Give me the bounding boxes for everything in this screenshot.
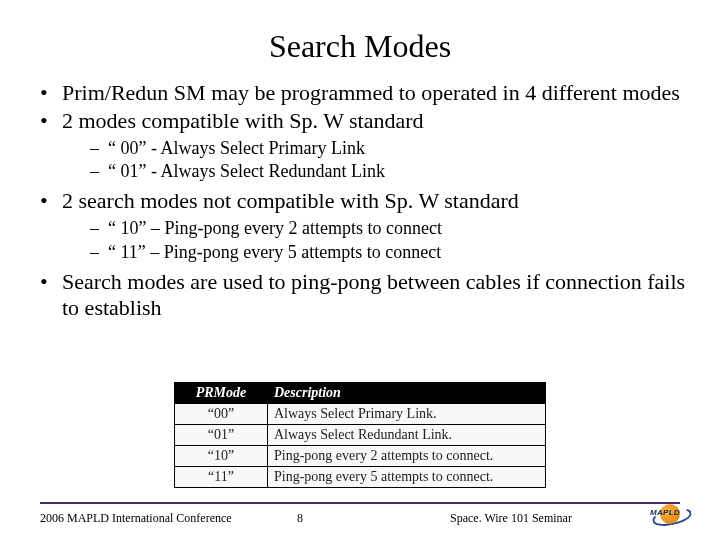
logo-text: MAPLD <box>650 508 680 517</box>
table-cell: Ping-pong every 5 attempts to connect. <box>268 467 546 488</box>
bullet-item: 2 modes compatible with Sp. W standard “… <box>40 108 690 182</box>
bullet-item: Prim/Redun SM may be programmed to opera… <box>40 80 690 106</box>
table-row: “11” Ping-pong every 5 attempts to conne… <box>175 467 546 488</box>
table-cell: “00” <box>175 404 268 425</box>
table-header-row: PRMode Description <box>175 383 546 404</box>
sub-bullet-item: “ 11” – Ping-pong every 5 attempts to co… <box>90 242 690 263</box>
table-row: “10” Ping-pong every 2 attempts to conne… <box>175 446 546 467</box>
bullet-text: 2 search modes not compatible with Sp. W… <box>62 188 519 213</box>
table-cell: “11” <box>175 467 268 488</box>
table-row: “00” Always Select Primary Link. <box>175 404 546 425</box>
slide-title: Search Modes <box>0 28 720 65</box>
table-header: PRMode <box>175 383 268 404</box>
page-number: 8 <box>270 511 330 526</box>
table-row: “01” Always Select Redundant Link. <box>175 425 546 446</box>
footer: 2006 MAPLD International Conference 8 Sp… <box>40 511 680 526</box>
table-cell: Always Select Redundant Link. <box>268 425 546 446</box>
sub-bullet-item: “ 10” – Ping-pong every 2 attempts to co… <box>90 218 690 239</box>
bullet-item: 2 search modes not compatible with Sp. W… <box>40 188 690 262</box>
footer-right: Space. Wire 101 Seminar <box>330 511 680 526</box>
slide: Search Modes Prim/Redun SM may be progra… <box>0 0 720 540</box>
sub-bullet-list: “ 00” - Always Select Primary Link “ 01”… <box>62 138 690 182</box>
footer-divider <box>40 502 680 504</box>
bullet-list: Prim/Redun SM may be programmed to opera… <box>40 80 690 321</box>
prmode-table: PRMode Description “00” Always Select Pr… <box>174 382 546 488</box>
table-cell: “01” <box>175 425 268 446</box>
sub-bullet-item: “ 01” - Always Select Redundant Link <box>90 161 690 182</box>
table-cell: Always Select Primary Link. <box>268 404 546 425</box>
mapld-logo-icon: MAPLD <box>650 500 698 530</box>
slide-body: Prim/Redun SM may be programmed to opera… <box>40 80 690 323</box>
bullet-text: 2 modes compatible with Sp. W standard <box>62 108 424 133</box>
table-header: Description <box>268 383 546 404</box>
footer-left: 2006 MAPLD International Conference <box>40 511 270 526</box>
sub-bullet-list: “ 10” – Ping-pong every 2 attempts to co… <box>62 218 690 262</box>
table-cell: Ping-pong every 2 attempts to connect. <box>268 446 546 467</box>
bullet-item: Search modes are used to ping-pong betwe… <box>40 269 690 321</box>
sub-bullet-item: “ 00” - Always Select Primary Link <box>90 138 690 159</box>
table-cell: “10” <box>175 446 268 467</box>
